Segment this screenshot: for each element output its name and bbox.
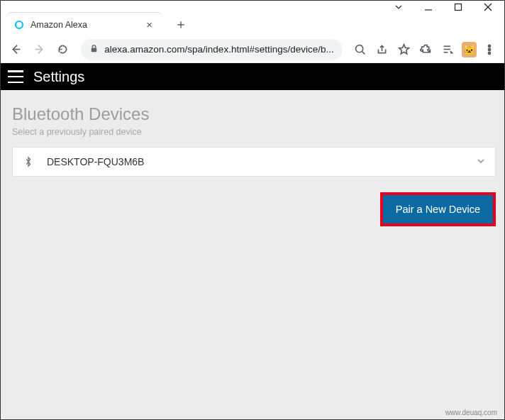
- chevron-down-icon: [477, 155, 485, 168]
- back-button[interactable]: [6, 40, 26, 60]
- url-text: alexa.amazon.com/spa/index.html#settings…: [104, 44, 333, 55]
- tab-title: Amazon Alexa: [30, 20, 143, 30]
- forward-button[interactable]: [30, 40, 49, 60]
- pair-new-device-button[interactable]: Pair a New Device: [380, 192, 496, 226]
- svg-line-10: [362, 52, 365, 54]
- device-name: DESKTOP-FQU3M6B: [47, 156, 477, 167]
- new-tab-button[interactable]: ＋: [171, 14, 191, 34]
- watermark: www.deuaq.com: [445, 409, 497, 416]
- window-close-icon[interactable]: [483, 2, 493, 12]
- svg-marker-12: [399, 45, 409, 54]
- svg-point-18: [489, 52, 491, 54]
- svg-rect-1: [455, 4, 462, 11]
- chevron-down-icon[interactable]: [394, 2, 404, 12]
- reload-button[interactable]: [53, 40, 72, 60]
- tab-close-icon[interactable]: ×: [143, 18, 155, 31]
- browser-toolbar: alexa.amazon.com/spa/index.html#settings…: [1, 36, 504, 63]
- page-subtitle: Select a previously paired device: [12, 127, 496, 137]
- address-bar[interactable]: alexa.amazon.com/spa/index.html#settings…: [81, 39, 342, 60]
- window-controls: [1, 1, 504, 11]
- profile-avatar[interactable]: 🐱: [462, 42, 477, 57]
- bluetooth-icon: [23, 156, 34, 167]
- zoom-icon[interactable]: [351, 40, 369, 59]
- svg-rect-8: [91, 48, 96, 52]
- svg-point-9: [355, 45, 362, 52]
- share-icon[interactable]: [373, 40, 391, 59]
- svg-point-17: [489, 48, 491, 50]
- lock-icon: [89, 43, 99, 56]
- bookmark-star-icon[interactable]: [395, 40, 413, 59]
- page-content: Bluetooth Devices Select a previously pa…: [1, 90, 504, 420]
- svg-point-5: [18, 27, 21, 29]
- reading-list-icon[interactable]: [439, 40, 457, 59]
- svg-point-16: [489, 45, 491, 47]
- device-row[interactable]: DESKTOP-FQU3M6B: [12, 147, 496, 177]
- app-header-title: Settings: [33, 69, 84, 85]
- hamburger-menu-icon[interactable]: [8, 70, 23, 83]
- maximize-icon[interactable]: [453, 2, 463, 12]
- tab-strip: Amazon Alexa × ＋: [1, 11, 504, 36]
- alexa-favicon-icon: [13, 19, 25, 31]
- browser-menu-icon[interactable]: [481, 40, 499, 59]
- extensions-icon[interactable]: [417, 40, 435, 59]
- page-title: Bluetooth Devices: [12, 104, 496, 124]
- app-header: Settings: [1, 63, 504, 90]
- browser-tab[interactable]: Amazon Alexa ×: [6, 12, 162, 36]
- svg-point-4: [16, 21, 23, 28]
- minimize-icon[interactable]: [423, 2, 433, 12]
